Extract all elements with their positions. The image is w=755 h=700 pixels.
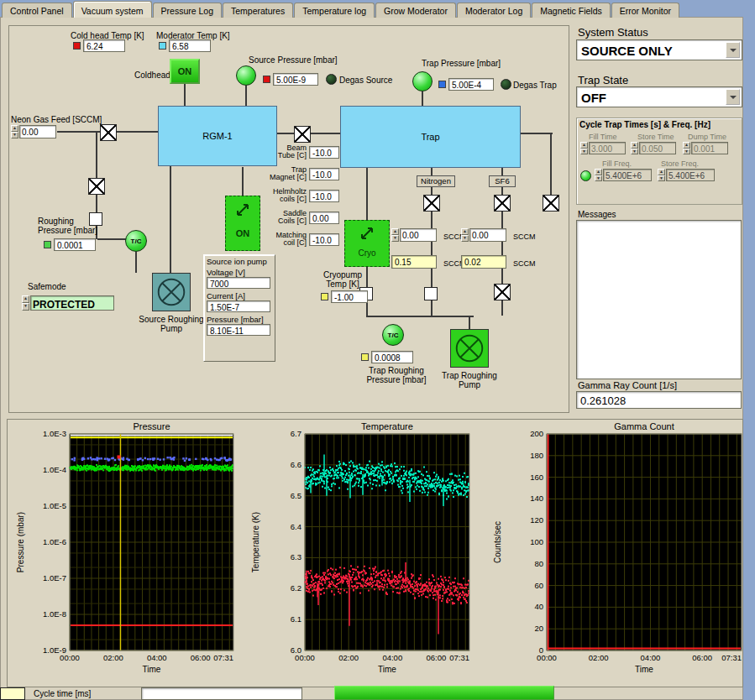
neon-gas-feed-value[interactable]: 0.00 xyxy=(19,125,56,138)
spinner-arrows-icon[interactable]: ▲▼ xyxy=(580,142,588,154)
degas-trap-led[interactable] xyxy=(501,79,511,90)
sf6-valve[interactable] xyxy=(494,195,511,212)
moderator-temp-point xyxy=(338,468,339,469)
spinner-arrows-icon[interactable]: ▲▼ xyxy=(22,295,29,311)
tab-moderator-log[interactable]: Moderator Log xyxy=(457,3,531,18)
moderator-temp-point xyxy=(430,487,432,488)
degas-source-led[interactable] xyxy=(326,74,337,85)
moderator-temp-point xyxy=(406,474,407,476)
cold-head-temp-point xyxy=(338,588,339,590)
moderator-temp-point xyxy=(318,469,320,471)
tab-temperatures[interactable]: Temperatures xyxy=(223,3,293,18)
store-freq-input[interactable]: ▲▼ 5.400E+6 xyxy=(658,169,715,181)
spinner-arrows-icon[interactable]: ▲▼ xyxy=(658,169,665,181)
moderator-temp-point xyxy=(422,492,423,494)
moderator-temp-point xyxy=(318,478,320,480)
moderator-temp-point xyxy=(422,487,424,488)
fill-freq-value[interactable]: 5.400E+6 xyxy=(603,169,652,181)
moderator-temp-point xyxy=(356,465,358,467)
dump-time-value[interactable]: 0.001 xyxy=(691,142,728,154)
cold-head-temp-point xyxy=(307,577,308,578)
cold-head-temp-point xyxy=(454,586,456,588)
pipe xyxy=(97,238,126,240)
moderator-temp-point xyxy=(453,482,454,483)
chevron-down-icon[interactable] xyxy=(726,89,740,105)
cold-head-temp-point xyxy=(382,589,384,591)
cold-head-temp-point xyxy=(464,584,466,586)
sf6-flow-set-value[interactable]: 0.00 xyxy=(469,228,506,242)
cold-head-temp-point xyxy=(455,589,457,591)
spinner-arrows-icon[interactable]: ▲▼ xyxy=(11,125,18,138)
trap-roughing-valve[interactable] xyxy=(494,284,511,300)
cold-head-temp-point xyxy=(324,572,326,574)
sf6-flow-setpoint[interactable]: ▲▼ 0.00 xyxy=(461,228,506,242)
nitrogen-isolation-box[interactable] xyxy=(424,287,438,300)
moderator-temp-point xyxy=(382,476,384,478)
spinner-arrows-icon[interactable]: ▲▼ xyxy=(631,142,638,154)
pipe xyxy=(117,131,158,133)
cold-head-temp-point xyxy=(456,587,458,588)
moderator-temp-point xyxy=(401,492,403,494)
moderator-temp-point xyxy=(341,475,343,477)
pump-icon xyxy=(452,331,487,366)
chart-title: Pressure xyxy=(133,421,170,431)
fill-time-value[interactable]: 3.000 xyxy=(589,142,626,154)
status-button[interactable] xyxy=(334,686,554,700)
tab-magnetic-fields[interactable]: Magnetic Fields xyxy=(532,3,611,18)
store-freq-value[interactable]: 5.400E+6 xyxy=(666,169,715,181)
tab-error-monitor[interactable]: Error Monitor xyxy=(611,3,679,18)
tab-temperature-log[interactable]: Temperature log xyxy=(294,3,375,18)
cold-head-temp-point xyxy=(335,569,337,571)
roughing-valve[interactable] xyxy=(88,178,105,195)
neon-gas-feed-input[interactable]: ▲▼ 0.00 xyxy=(11,125,56,138)
moderator-temp-point xyxy=(364,473,366,475)
spinner-arrows-icon[interactable]: ▲▼ xyxy=(461,228,469,242)
tab-vacuum-system[interactable]: Vacuum system xyxy=(73,1,152,18)
store-time-input[interactable]: ▲▼ 0.050 xyxy=(631,142,676,154)
source-roughing-pressure-point xyxy=(225,469,227,471)
fill-freq-input[interactable]: ▲▼ 5.400E+6 xyxy=(595,169,652,181)
coldhead-on-button[interactable]: ON xyxy=(170,59,200,84)
beam-valve-2[interactable] xyxy=(294,126,311,143)
beam-valve-1[interactable] xyxy=(100,124,117,141)
pipe xyxy=(170,166,171,273)
cryo-pump-switch[interactable]: Cryo xyxy=(344,220,390,267)
moderator-temp-point xyxy=(467,487,469,488)
cold-head-temp-point xyxy=(406,586,408,588)
system-status-dropdown[interactable]: SOURCE ONLY xyxy=(576,39,742,60)
cold-head-temp-point xyxy=(385,574,387,576)
safemode-value[interactable]: PROTECTED xyxy=(30,295,114,311)
ion-pump-switch[interactable]: ON xyxy=(225,196,260,251)
store-time-value[interactable]: 0.050 xyxy=(639,142,676,154)
safemode-control[interactable]: ▲▼ PROTECTED xyxy=(22,295,114,311)
nitrogen-flow-setpoint[interactable]: ▲▼ 0.00 xyxy=(391,228,437,242)
nitrogen-flow-actual: 0.15 xyxy=(391,255,437,269)
spinner-arrows-icon[interactable]: ▲▼ xyxy=(391,228,399,242)
source-roughing-pressure-point xyxy=(102,468,103,469)
cold-head-temp-point xyxy=(419,584,421,586)
trap-state-dropdown[interactable]: OFF xyxy=(576,86,742,107)
pipe xyxy=(366,316,474,317)
cold-head-temp-point xyxy=(376,582,378,584)
beamline-exit-valve[interactable] xyxy=(543,195,559,212)
cold-head-temp-point xyxy=(378,572,380,574)
nitrogen-flow-set-value[interactable]: 0.00 xyxy=(400,228,437,242)
spinner-arrows-icon[interactable]: ▲▼ xyxy=(595,169,602,181)
trap-roughing-pressure-point xyxy=(216,458,218,460)
y-tick-label: 1.0E-8 xyxy=(43,609,66,619)
moderator-temp-point xyxy=(346,473,348,474)
tab-control-panel[interactable]: Control Panel xyxy=(2,3,72,18)
tab-pressure-log[interactable]: Pressure Log xyxy=(153,3,222,18)
cold-head-temp-point xyxy=(432,585,433,587)
cold-head-temp-point xyxy=(412,588,414,589)
cold-head-temp-point xyxy=(450,587,452,588)
spinner-arrows-icon[interactable]: ▲▼ xyxy=(683,142,690,154)
cold-head-temp-point xyxy=(448,577,450,578)
nitrogen-valve[interactable] xyxy=(423,195,440,212)
moderator-temp-point xyxy=(428,481,430,483)
cold-head-temp-point xyxy=(420,582,422,584)
tab-grow-moderator[interactable]: Grow Moderator xyxy=(375,3,456,18)
dump-time-input[interactable]: ▲▼ 0.001 xyxy=(683,142,728,154)
chevron-down-icon[interactable] xyxy=(726,42,740,58)
fill-time-input[interactable]: ▲▼ 3.000 xyxy=(580,142,626,154)
